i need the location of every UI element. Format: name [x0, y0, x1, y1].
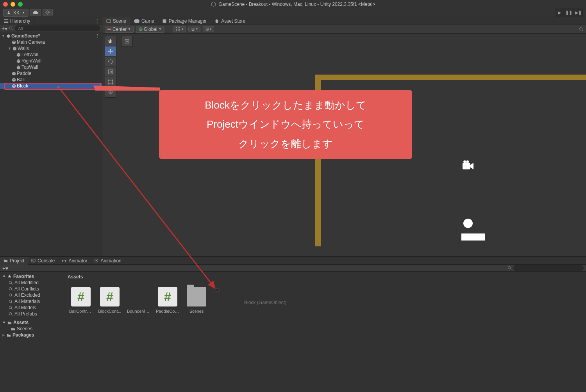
tab-animator[interactable]: ⊶ Animator [58, 257, 91, 265]
folder-icon [7, 321, 12, 325]
svg-point-11 [176, 27, 177, 28]
asset-script[interactable]: # BallControl... [69, 287, 93, 314]
svg-rect-33 [32, 259, 35, 262]
hand-tool[interactable] [105, 36, 116, 46]
tab-asset-store[interactable]: Asset Store [211, 17, 249, 25]
search-icon [9, 26, 13, 30]
paddle-sprite[interactable] [461, 233, 485, 241]
favorites-header[interactable]: ▼★ Favorites [2, 273, 63, 280]
favorite-item[interactable]: All Materials [2, 298, 63, 305]
cloud-button[interactable] [30, 9, 41, 16]
svg-point-13 [179, 27, 180, 28]
hierarchy-item[interactable]: TopWall [0, 64, 102, 70]
cube-icon [16, 65, 21, 69]
svg-rect-3 [4, 21, 9, 21]
svg-point-14 [176, 29, 177, 30]
project-search[interactable] [513, 265, 584, 271]
pivot-icon [107, 27, 111, 31]
window-controls[interactable] [3, 2, 23, 7]
hierarchy-panel: Hierarchy ⋮ +▾ ▼ GameScene* ⋮ Main Camer… [0, 17, 102, 256]
tab-package-manager[interactable]: Package Manager [158, 17, 211, 25]
globe-icon [139, 27, 143, 31]
favorite-item[interactable]: All Modified [2, 280, 63, 286]
hierarchy-item[interactable]: Main Camera [0, 39, 102, 45]
hierarchy-item[interactable]: Ball [0, 77, 102, 83]
custom-tool[interactable] [121, 36, 132, 46]
settings-button[interactable] [43, 9, 53, 16]
favorite-item[interactable]: All Excluded [2, 292, 63, 298]
account-button[interactable]: KK ▼ [3, 9, 29, 17]
tab-console[interactable]: Console [28, 257, 58, 265]
edit-icon [124, 39, 130, 44]
play-button[interactable]: ▶ [555, 9, 564, 17]
script-icon: # [77, 290, 84, 304]
assets-folder[interactable]: ▼Assets [2, 319, 63, 326]
panel-menu-icon[interactable]: ⋮ [93, 18, 102, 24]
game-icon [134, 19, 139, 23]
asset-script[interactable]: # PaddleCon... [156, 287, 179, 314]
pivot-button[interactable]: Center ▼ [105, 26, 134, 33]
cube-icon [12, 40, 16, 45]
rotate-tool[interactable] [105, 57, 116, 67]
drag-start-indicator [57, 85, 61, 89]
create-button[interactable]: +▾ [2, 25, 7, 32]
asset-material[interactable]: BounceMa... [127, 287, 150, 314]
svg-point-0 [8, 11, 10, 13]
asset-script[interactable]: # BlockCont... [98, 287, 121, 314]
pause-button[interactable]: ❚❚ [565, 9, 573, 17]
grid-snap-button[interactable]: ▾ [173, 26, 186, 32]
space-button[interactable]: Global ▼ [136, 26, 164, 33]
favorite-item[interactable]: All Prefabs [2, 311, 63, 317]
snap-button[interactable]: ▾ [188, 27, 200, 32]
minimize-icon[interactable] [11, 2, 15, 7]
hierarchy-item[interactable]: Paddle [0, 70, 102, 77]
cloud-icon [33, 11, 38, 14]
hierarchy-item-block[interactable]: Block [0, 83, 102, 89]
camera-gizmo-icon[interactable] [461, 160, 475, 171]
rect-tool[interactable] [105, 77, 116, 87]
step-button[interactable]: ▶❚ [574, 9, 582, 17]
breadcrumb[interactable]: Assets [68, 274, 584, 282]
hierarchy-item[interactable]: RightWall [0, 58, 102, 64]
tab-project[interactable]: Project [0, 257, 28, 265]
tab-animation[interactable]: Animation [91, 257, 125, 265]
svg-rect-7 [134, 19, 139, 23]
animator-icon: ⊶ [62, 258, 66, 264]
scenes-folder[interactable]: Scenes [2, 326, 63, 332]
tab-scene[interactable]: Scene [102, 17, 130, 25]
svg-point-41 [9, 306, 11, 308]
favorite-item[interactable]: All Models [2, 305, 63, 311]
hierarchy-item[interactable]: LeftWall [0, 52, 102, 58]
favorite-item[interactable]: All Conflicts [2, 286, 63, 292]
scale-tool[interactable] [105, 67, 116, 77]
cube-icon [12, 84, 16, 88]
hierarchy-item[interactable]: ▼ Walls [0, 45, 102, 52]
folder-icon [7, 333, 11, 337]
tab-game[interactable]: Game [130, 17, 158, 25]
svg-point-42 [9, 312, 11, 315]
hierarchy-search[interactable] [15, 25, 100, 31]
move-tool[interactable] [105, 46, 116, 57]
titlebar: GameScene - Breakout - Windows, Mac, Lin… [0, 0, 586, 9]
asset-folder[interactable]: Scenes [185, 287, 208, 314]
ball-sprite[interactable] [463, 219, 473, 228]
increment-button[interactable]: ⊞▾ [203, 26, 214, 32]
svg-rect-22 [109, 80, 112, 84]
svg-point-5 [10, 27, 12, 29]
project-assets-view[interactable]: Assets # BallControl... # BlockCont... B… [65, 272, 586, 392]
search-icon[interactable] [579, 27, 584, 32]
cube-icon [12, 78, 16, 82]
maximize-icon[interactable] [18, 2, 23, 7]
folder-icon [4, 258, 8, 263]
search-icon [507, 266, 512, 270]
scene-icon [106, 19, 111, 23]
create-button[interactable]: +▾ [2, 265, 8, 271]
packages-folder[interactable]: ▶Packages [2, 332, 63, 338]
animation-icon [94, 258, 98, 263]
grid-icon [176, 27, 180, 32]
tab-hierarchy[interactable]: Hierarchy [0, 17, 34, 25]
scene-root[interactable]: ▼ GameScene* ⋮ [0, 33, 102, 39]
close-icon[interactable] [3, 2, 8, 7]
scene-menu-icon[interactable]: ⋮ [95, 33, 100, 39]
folder-icon [187, 287, 206, 306]
